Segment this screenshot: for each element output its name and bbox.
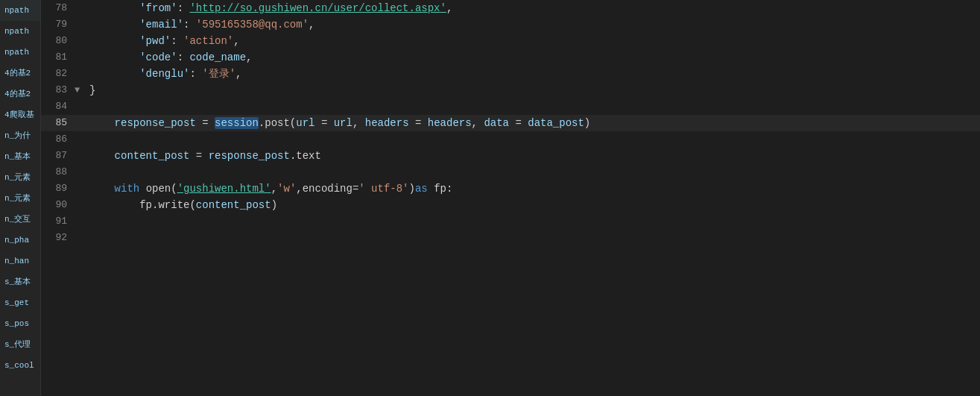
- code-content: 'from': 'http://so.gushiwen.cn/user/coll…: [86, 0, 980, 16]
- token: as: [415, 183, 428, 195]
- sidebar-item[interactable]: s_基本: [0, 271, 40, 292]
- sidebar-item[interactable]: n_元素: [0, 188, 40, 209]
- token: .post(: [259, 117, 296, 129]
- code-content: response_post = session.post(url = url, …: [86, 115, 980, 131]
- code-container: 78 'from': 'http://so.gushiwen.cn/user/c…: [41, 0, 980, 246]
- token: url: [296, 117, 314, 129]
- sidebar-item[interactable]: npath: [0, 42, 40, 63]
- code-line-row: 92: [41, 230, 980, 246]
- sidebar-item[interactable]: n_基本: [0, 146, 40, 167]
- code-content: fp.write(content_post): [86, 197, 980, 213]
- token: ,: [309, 19, 314, 31]
- line-number: 88: [41, 164, 75, 180]
- token: [89, 199, 139, 211]
- code-scroll[interactable]: 78 'from': 'http://so.gushiwen.cn/user/c…: [41, 0, 980, 396]
- fold-icon[interactable]: ▼: [75, 82, 86, 98]
- token: ,: [246, 51, 252, 63]
- token: 'code': [139, 51, 177, 63]
- line-number: 91: [41, 213, 75, 230]
- token: fp:: [428, 183, 453, 195]
- code-line-row: 84: [41, 98, 980, 115]
- token: url: [334, 117, 353, 129]
- token: :: [171, 35, 183, 47]
- line-number: 87: [41, 148, 75, 164]
- code-content: 'email': '595165358@qq.com',: [86, 16, 980, 33]
- token: :: [177, 2, 190, 14]
- sidebar-item[interactable]: n_交互: [0, 209, 40, 230]
- code-line-row: 80 'pwd': 'action',: [41, 33, 980, 49]
- token: [89, 19, 139, 31]
- token: ,: [271, 183, 277, 195]
- code-content: 'code': code_name,: [86, 49, 980, 66]
- sidebar-item[interactable]: s_cool: [0, 355, 40, 376]
- token: 'denglu': [139, 68, 189, 80]
- token: 'gushiwen.html': [177, 183, 271, 195]
- token: [139, 183, 145, 195]
- token: open(: [146, 183, 177, 195]
- token: content_post: [115, 150, 190, 162]
- code-content: 'denglu': '登录',: [86, 66, 980, 82]
- token: content_post: [196, 199, 271, 211]
- line-number: 79: [41, 16, 75, 33]
- line-number: 90: [41, 197, 75, 213]
- code-line-row: 79 'email': '595165358@qq.com',: [41, 16, 980, 33]
- token: ,: [235, 68, 241, 80]
- sidebar-item[interactable]: 4爬取基: [0, 104, 40, 125]
- token: :: [177, 51, 190, 63]
- token: ): [584, 117, 590, 129]
- sidebar-item[interactable]: n_元素: [0, 167, 40, 188]
- code-content: with open('gushiwen.html','w',encoding='…: [86, 180, 980, 197]
- sidebar-item[interactable]: npath: [0, 0, 40, 21]
- sidebar-item[interactable]: npath: [0, 21, 40, 42]
- token: '595165358@qq.com': [196, 19, 309, 31]
- token: [89, 183, 115, 195]
- token: headers: [428, 117, 472, 129]
- code-line-row: 81 'code': code_name,: [41, 49, 980, 66]
- token: response_post: [209, 150, 290, 162]
- token: =: [189, 150, 208, 162]
- token: 'action': [183, 35, 233, 47]
- token: ' utf-8': [358, 183, 408, 195]
- line-number: 92: [41, 230, 75, 246]
- line-number: 80: [41, 33, 75, 49]
- token: =: [409, 117, 428, 129]
- token: ,: [446, 2, 452, 14]
- code-line-row: 88: [41, 164, 980, 180]
- token: [89, 68, 139, 80]
- sidebar-item[interactable]: 4的基2: [0, 84, 40, 104]
- token: 'email': [139, 19, 183, 31]
- code-line-row: 89 with open('gushiwen.html','w',encodin…: [41, 180, 980, 197]
- code-line-row: 87 content_post = response_post.text: [41, 148, 980, 164]
- token: data_post: [528, 117, 584, 129]
- token: with: [115, 183, 140, 195]
- sidebar-item[interactable]: s_pos: [0, 313, 40, 334]
- token: :: [189, 68, 202, 80]
- line-number: 82: [41, 66, 75, 82]
- token: [89, 117, 115, 129]
- token: headers: [365, 117, 409, 129]
- token: session: [215, 117, 259, 129]
- token: ,: [472, 117, 484, 129]
- sidebar-item[interactable]: s_代理: [0, 334, 40, 355]
- line-number: 81: [41, 49, 75, 66]
- code-content: }: [86, 82, 980, 98]
- token: fp.write(: [139, 199, 196, 211]
- line-number: 83: [41, 82, 75, 98]
- sidebar-item[interactable]: n_han: [0, 251, 40, 271]
- sidebar-item[interactable]: s_get: [0, 292, 40, 313]
- code-line-row: 85 response_post = session.post(url = ur…: [41, 115, 980, 131]
- sidebar-item[interactable]: 4的基2: [0, 63, 40, 84]
- line-number: 89: [41, 180, 75, 197]
- sidebar-item[interactable]: n_为什: [0, 125, 40, 146]
- token: ,encoding=: [296, 183, 358, 195]
- token: =: [196, 117, 215, 129]
- code-line-row: 82 'denglu': '登录',: [41, 66, 980, 82]
- code-content: 'pwd': 'action',: [86, 33, 980, 49]
- code-line-row: 91: [41, 213, 980, 230]
- token: ): [409, 183, 415, 195]
- sidebar-item[interactable]: n_pha: [0, 230, 40, 251]
- code-line-row: 83▼}: [41, 82, 980, 98]
- token: 'from': [139, 2, 177, 14]
- token: [89, 2, 139, 14]
- token: [89, 51, 139, 63]
